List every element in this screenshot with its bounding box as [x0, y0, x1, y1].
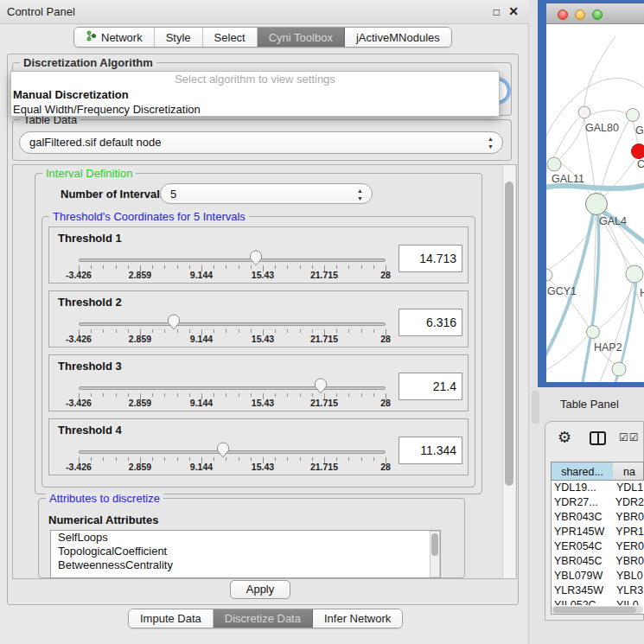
threshold-1-panel: Threshold 1 -3.426 2.859 9.144 15.43 21.…	[48, 226, 469, 284]
table-row[interactable]: YIL052CYIL0	[552, 598, 644, 605]
table-horizontal-scrollbar[interactable]	[552, 606, 643, 614]
tab-cyni-toolbox[interactable]: Cyni Toolbox	[258, 28, 345, 47]
table-row[interactable]: YDL19...YDL1	[552, 481, 644, 495]
cell-shared-name[interactable]: YDR27...	[552, 495, 609, 510]
tab-network[interactable]: Network	[74, 28, 155, 47]
tab-style[interactable]: Style	[155, 28, 203, 47]
cell-name[interactable]: YIL0	[610, 598, 639, 605]
dropdown-option-equal-width[interactable]: Equal Width/Frequency Discretization	[11, 102, 499, 117]
cell-name[interactable]: YBR0	[609, 554, 644, 569]
gear-icon[interactable]: ⚙	[558, 428, 571, 447]
zoom-traffic-light-icon[interactable]	[592, 10, 603, 20]
float-window-icon[interactable]: □	[494, 6, 500, 18]
column-header-name[interactable]: na	[613, 462, 644, 481]
cell-shared-name[interactable]: YBL079W	[552, 569, 610, 583]
tab-jactivemnodules[interactable]: jActiveMNodules	[345, 28, 451, 47]
slider-track[interactable]	[79, 386, 386, 390]
column-layout-icon[interactable]	[590, 431, 606, 445]
label-gal80: GAL80	[585, 122, 619, 134]
tick-label: 15.43	[252, 270, 274, 280]
table-row[interactable]: YLR345WYLR3	[552, 583, 644, 598]
node-gcy1[interactable]	[546, 269, 552, 281]
settings-vertical-scrollbar[interactable]	[502, 165, 515, 578]
cell-name[interactable]: YLR3	[610, 583, 643, 598]
column-header-shared-name[interactable]: shared...	[551, 462, 614, 481]
cell-shared-name[interactable]: YPR145W	[552, 525, 609, 539]
node-partial-top-right[interactable]	[627, 109, 640, 122]
close-icon[interactable]: ✕	[508, 4, 519, 18]
tab-discretize-data[interactable]: Discretize Data	[214, 609, 313, 628]
label-partial-ga: GA	[635, 124, 644, 137]
cell-shared-name[interactable]: YBR043C	[552, 510, 609, 525]
cell-shared-name[interactable]: YDL19...	[552, 481, 610, 495]
slider-thumb[interactable]	[249, 250, 263, 267]
attributes-list-scrollbar[interactable]	[430, 531, 440, 577]
list-item-topologicalcoefficient[interactable]: TopologicalCoefficient	[51, 545, 440, 558]
threshold-1-slider[interactable]: -3.426 2.859 9.144 15.43 21.715 28	[79, 227, 386, 284]
cell-name[interactable]: YER0	[609, 539, 644, 554]
cell-shared-name[interactable]: YBR045C	[552, 554, 609, 569]
slider-track[interactable]	[79, 450, 386, 454]
slider-track[interactable]	[79, 258, 386, 262]
checkbox-icons[interactable]: ☑☑	[619, 431, 640, 443]
table-data-combobox[interactable]: galFiltered.sif default node ▲▼	[19, 131, 503, 154]
number-of-intervals-combobox[interactable]: 5 ▲▼	[160, 183, 373, 204]
table-row[interactable]: YBR043CYBR0	[552, 510, 644, 525]
cell-shared-name[interactable]: YER054C	[552, 539, 609, 554]
threshold-2-slider[interactable]: -3.426 2.859 9.144 15.43 21.715 28	[79, 291, 386, 348]
threshold-4-value-input[interactable]: 11.344	[399, 437, 462, 464]
node-hap2[interactable]	[587, 326, 600, 339]
slider-track[interactable]	[79, 322, 386, 326]
table-row[interactable]: YPR145WYPR1	[552, 525, 644, 539]
tick-label: 9.144	[190, 398, 213, 408]
splitter-handle[interactable]	[532, 391, 539, 424]
node-h-partial[interactable]	[626, 265, 643, 283]
label-hap2: HAP2	[594, 341, 622, 354]
cell-name[interactable]: YPR1	[609, 525, 644, 539]
node-red-selected[interactable]	[632, 144, 644, 159]
slider-thumb[interactable]	[167, 314, 181, 331]
threshold-3-slider[interactable]: -3.426 2.859 9.144 15.43 21.715 28	[79, 355, 386, 412]
cell-shared-name[interactable]: YLR345W	[552, 583, 610, 598]
node-gal80[interactable]	[578, 106, 590, 118]
table-row[interactable]: YDR27...YDR2	[552, 495, 644, 510]
table-row[interactable]: YBL079WYBL0	[552, 569, 644, 583]
number-of-intervals-label: Number of Intervals	[61, 188, 166, 201]
tab-impute-data[interactable]: Impute Data	[129, 609, 214, 628]
tab-select[interactable]: Select	[203, 28, 258, 47]
apply-button[interactable]: Apply	[230, 580, 290, 599]
cell-name[interactable]: YDR2	[609, 495, 644, 510]
label-partial-h: H	[640, 287, 644, 299]
minimize-traffic-light-icon[interactable]	[575, 10, 585, 20]
close-traffic-light-icon[interactable]	[558, 10, 568, 20]
scrollbar-thumb[interactable]	[553, 607, 636, 613]
dropdown-option-manual[interactable]: Manual Discretization	[11, 87, 499, 102]
cell-name[interactable]: YBR0	[609, 510, 644, 525]
cell-name[interactable]: YBL0	[610, 569, 643, 583]
threshold-2-value-input[interactable]: 6.316	[399, 309, 462, 336]
cell-name[interactable]: YDL1	[610, 481, 643, 495]
tick-label: 15.43	[252, 334, 274, 344]
list-item-betweennesscentrality[interactable]: BetweennessCentrality	[51, 558, 440, 572]
table-row[interactable]: YER054CYER0	[552, 539, 644, 554]
thresholds-group-title: Threshold's Coordinates for 5 Intervals	[49, 210, 249, 223]
scrollbar-thumb[interactable]	[505, 182, 513, 486]
slider-thumb[interactable]	[314, 378, 328, 395]
network-canvas[interactable]: GAL80 GA C GAL11 GAL4 GCY1 H HAP2	[546, 24, 644, 382]
scrollbar-thumb[interactable]	[431, 533, 438, 556]
cell-shared-name[interactable]: YIL052C	[552, 598, 610, 605]
numerical-attributes-list: SelfLoops TopologicalCoefficient Between…	[50, 530, 441, 578]
threshold-4-slider[interactable]: -3.426 2.859 9.144 15.43 21.715 28	[79, 419, 386, 476]
threshold-1-value-input[interactable]: 14.713	[399, 245, 462, 272]
list-item-selfloops[interactable]: SelfLoops	[51, 531, 440, 545]
tab-infer-network[interactable]: Infer Network	[313, 609, 402, 628]
node-gal11[interactable]	[547, 157, 561, 171]
table-row[interactable]: YBR045CYBR0	[552, 554, 644, 569]
node-partial-bottom[interactable]	[612, 362, 626, 376]
slider-thumb[interactable]	[216, 442, 230, 459]
tick-label: 21.715	[310, 398, 338, 408]
node-gal4[interactable]	[586, 194, 608, 215]
threshold-3-value-input[interactable]: 21.4	[399, 373, 462, 400]
attributes-group-title: Attributes to discretize	[46, 492, 163, 505]
tick-label: 15.43	[252, 462, 274, 472]
